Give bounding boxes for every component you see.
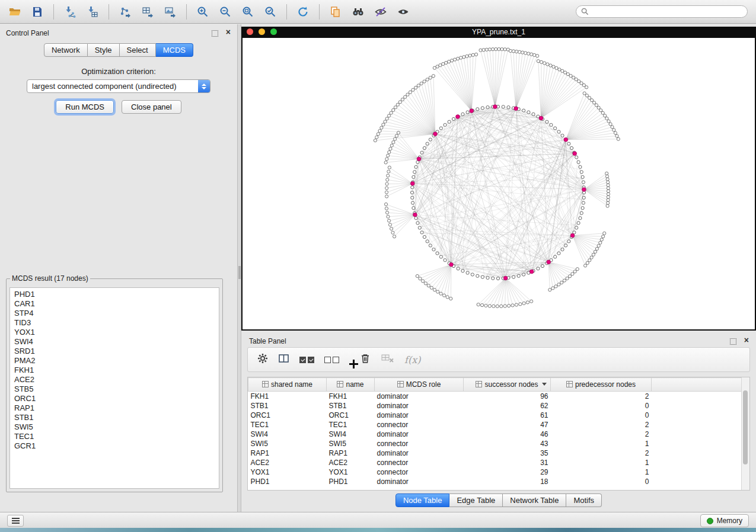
mcds-result-item[interactable]: STB5 [14, 384, 219, 394]
select-all-rows-button[interactable] [299, 357, 314, 363]
table-cell[interactable]: dominator [375, 392, 464, 402]
run-mcds-button[interactable]: Run MCDS [56, 100, 114, 114]
table-cell[interactable]: FKH1 [327, 392, 375, 402]
table-row[interactable]: YOX1YOX1connector291 [248, 467, 743, 477]
table-cell[interactable]: 2 [551, 392, 652, 402]
zoom-in-button[interactable] [192, 2, 214, 21]
table-cell[interactable]: dominator [375, 430, 464, 439]
table-cell[interactable]: TEC1 [327, 420, 375, 430]
open-session-button[interactable] [4, 2, 26, 21]
table-cell[interactable]: 0 [551, 477, 652, 486]
column-header-predecessor-nodes[interactable]: predecessor nodes [551, 378, 652, 392]
mcds-result-item[interactable]: ACE2 [14, 375, 219, 384]
table-cell[interactable]: 43 [464, 439, 551, 448]
panel-divider[interactable] [237, 24, 241, 512]
tab-motifs[interactable]: Motifs [566, 493, 602, 507]
delete-table-button[interactable] [381, 353, 394, 366]
float-panel-icon[interactable] [212, 30, 218, 37]
table-cell[interactable]: connector [375, 467, 464, 477]
close-table-panel-icon[interactable]: × [744, 335, 749, 345]
delete-column-button[interactable] [359, 352, 371, 367]
column-header-mcds-role[interactable]: MCDS role [375, 378, 464, 392]
mcds-result-item[interactable]: YOX1 [14, 328, 219, 337]
search-input[interactable] [592, 7, 742, 17]
table-cell[interactable]: PHD1 [327, 477, 375, 486]
export-network-button[interactable] [114, 2, 136, 21]
column-header-shared-name[interactable]: shared name [248, 378, 327, 392]
table-row[interactable]: ACE2ACE2connector311 [248, 458, 743, 467]
table-row[interactable]: STB1STB1dominator620 [248, 401, 743, 411]
network-window-titlebar[interactable]: YPA_prune.txt_1 [241, 27, 756, 37]
close-mcds-panel-button[interactable]: Close panel [122, 100, 181, 114]
scrollbar-thumb[interactable] [743, 390, 748, 464]
table-cell[interactable]: 2 [551, 430, 652, 439]
table-cell[interactable]: dominator [375, 411, 464, 420]
divider-grip-icon[interactable] [238, 266, 241, 279]
table-cell[interactable]: FKH1 [248, 392, 327, 402]
tab-style[interactable]: Style [88, 43, 120, 57]
table-scrollbar[interactable] [741, 377, 749, 490]
refresh-view-button[interactable] [292, 2, 314, 21]
table-cell[interactable]: TEC1 [248, 420, 327, 430]
table-cell[interactable]: RAP1 [248, 448, 327, 458]
table-cell[interactable]: 29 [464, 467, 551, 477]
table-cell[interactable]: 31 [464, 458, 551, 467]
tab-select[interactable]: Select [120, 43, 156, 57]
column-header-successor-nodes[interactable]: successor nodes [464, 378, 551, 392]
table-cell[interactable]: ORC1 [327, 411, 375, 420]
table-cell[interactable]: YOX1 [248, 467, 327, 477]
table-cell[interactable]: 1 [551, 467, 652, 477]
mcds-result-item[interactable]: ORC1 [14, 394, 219, 403]
table-cell[interactable]: ACE2 [327, 458, 375, 467]
table-cell[interactable]: dominator [375, 448, 464, 458]
mcds-result-item[interactable]: SWI4 [14, 337, 219, 347]
table-cell[interactable]: 18 [464, 477, 551, 486]
mcds-result-item[interactable]: STP4 [14, 309, 219, 318]
mcds-result-item[interactable]: CAR1 [14, 299, 219, 309]
table-row[interactable]: RAP1RAP1dominator352 [248, 448, 743, 458]
mcds-result-list[interactable]: PHD1CAR1STP4TID3YOX1SWI4SRD1PMA2FKH1ACE2… [9, 287, 219, 489]
annotation-mode-button[interactable] [369, 2, 392, 21]
mcds-result-item[interactable]: TID3 [14, 318, 219, 328]
status-menu-button[interactable] [7, 515, 24, 527]
table-cell[interactable]: 61 [464, 411, 551, 420]
table-cell[interactable]: dominator [375, 401, 464, 411]
column-header-name[interactable]: name [327, 378, 375, 392]
table-cell[interactable]: RAP1 [327, 448, 375, 458]
mcds-result-item[interactable]: RAP1 [14, 403, 219, 413]
memory-button[interactable]: Memory [700, 514, 749, 527]
tab-network-table[interactable]: Network Table [503, 493, 566, 507]
table-row[interactable]: FKH1FKH1dominator962 [248, 392, 743, 402]
tab-edge-table[interactable]: Edge Table [449, 493, 503, 507]
tab-node-table[interactable]: Node Table [395, 493, 450, 507]
mcds-result-item[interactable]: GCR1 [14, 441, 219, 451]
table-cell[interactable]: dominator [375, 477, 464, 486]
table-row[interactable]: SWI5SWI5connector431 [248, 439, 743, 448]
mcds-result-item[interactable]: TEC1 [14, 432, 219, 441]
table-cell[interactable]: SWI5 [248, 439, 327, 448]
table-cell[interactable]: STB1 [248, 401, 327, 411]
table-cell[interactable]: 62 [464, 401, 551, 411]
show-columns-button[interactable] [278, 353, 289, 366]
table-cell[interactable]: ACE2 [248, 458, 327, 467]
table-row[interactable]: SWI4SWI4dominator462 [248, 430, 743, 439]
table-cell[interactable]: 0 [551, 411, 652, 420]
import-network-button[interactable] [59, 2, 81, 21]
table-cell[interactable]: SWI4 [248, 430, 327, 439]
deselect-all-rows-button[interactable] [324, 357, 339, 363]
mcds-result-item[interactable]: PHD1 [14, 290, 219, 299]
table-cell[interactable]: 2 [551, 420, 652, 430]
export-image-button[interactable] [159, 2, 181, 21]
mcds-result-item[interactable]: PMA2 [14, 356, 219, 366]
find-button[interactable] [347, 2, 369, 21]
import-table-button[interactable] [81, 2, 104, 21]
table-cell[interactable]: 0 [551, 401, 652, 411]
table-cell[interactable]: connector [375, 420, 464, 430]
zoom-fit-button[interactable] [237, 2, 259, 21]
mcds-result-item[interactable]: SRD1 [14, 347, 219, 356]
table-cell[interactable]: SWI5 [327, 439, 375, 448]
zoom-out-button[interactable] [214, 2, 237, 21]
table-cell[interactable]: 96 [464, 392, 551, 402]
float-table-panel-icon[interactable] [730, 338, 736, 345]
tab-mcds[interactable]: MCDS [156, 43, 193, 57]
